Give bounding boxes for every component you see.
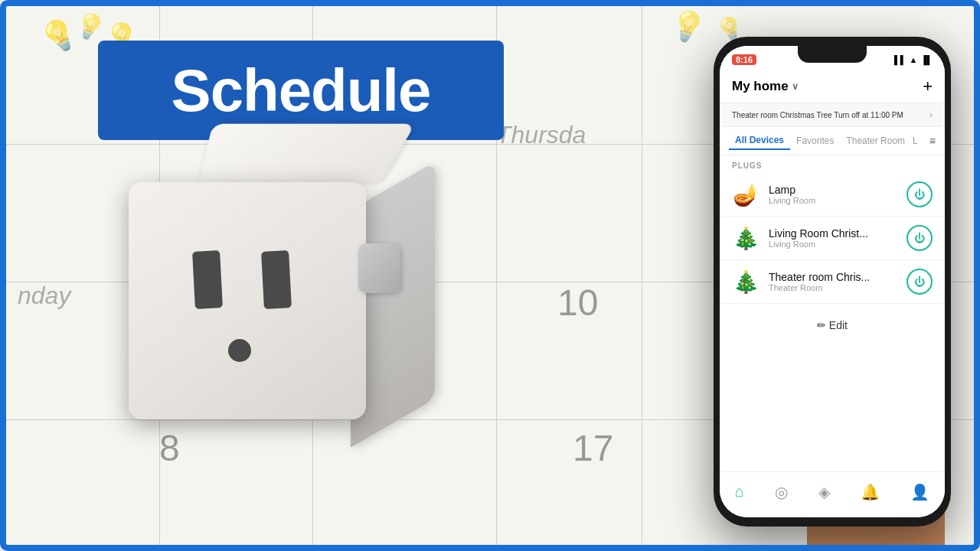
battery-icon: ▐▌ — [920, 55, 933, 64]
phone-mockup: 8:16 ▌▌ ▲ ▐▌ My home ∨ + Theater room Ch… — [714, 37, 951, 527]
plug-3d-container — [52, 98, 527, 481]
device-info-lamp: Lamp Living Room — [769, 184, 897, 205]
alerts-nav-icon: 🔔 — [861, 483, 880, 501]
device-info-living-christmas: Living Room Christ... Living Room — [769, 227, 897, 249]
nav-home[interactable]: ⌂ — [735, 483, 744, 500]
nav-profile[interactable]: 👤 — [910, 483, 929, 501]
phone-screen: 8:16 ▌▌ ▲ ▐▌ My home ∨ + Theater room Ch… — [720, 46, 945, 517]
list-view-icon[interactable]: ≡ — [929, 135, 936, 147]
power-icon-theater-christmas: ⏻ — [914, 276, 925, 288]
nav-scenes[interactable]: ◈ — [818, 483, 830, 501]
scenes-nav-icon: ◈ — [818, 483, 830, 501]
device-icon-lamp: 🪔 — [732, 181, 760, 208]
device-item-living-christmas[interactable]: 🎄 Living Room Christ... Living Room ⏻ — [720, 217, 945, 260]
prong-ground — [228, 339, 251, 362]
device-room-living-christmas: Living Room — [769, 240, 897, 249]
profile-nav-icon: 👤 — [910, 483, 929, 501]
notif-chevron-icon: › — [929, 109, 933, 120]
power-button-lamp[interactable]: ⏻ — [906, 181, 933, 207]
tab-more[interactable]: L — [913, 135, 918, 146]
device-list: 🪔 Lamp Living Room ⏻ 🎄 Living Room Chris… — [720, 173, 945, 304]
section-plugs-label: PLUGS — [720, 155, 945, 173]
device-name-theater-christmas: Theater room Chris... — [769, 271, 897, 283]
home-nav-icon: ⌂ — [735, 483, 744, 500]
bottom-nav: ⌂ ◎ ◈ 🔔 👤 — [720, 471, 945, 517]
nav-alerts[interactable]: 🔔 — [861, 483, 880, 501]
prong-right — [261, 250, 292, 309]
wifi-icon: ▲ — [910, 55, 918, 64]
power-button-theater-christmas[interactable]: ⏻ — [906, 269, 933, 295]
phone-notch — [798, 46, 867, 63]
add-button[interactable]: + — [923, 77, 933, 96]
chevron-down-icon: ∨ — [792, 81, 799, 92]
device-room-lamp: Living Room — [769, 196, 897, 205]
signal-icon: ▌▌ — [894, 55, 906, 64]
device-room-theater-christmas: Theater Room — [769, 283, 897, 292]
device-name-lamp: Lamp — [769, 184, 897, 196]
app-header: My home ∨ + — [720, 70, 945, 103]
plug-top-face — [198, 124, 416, 184]
prong-left — [192, 250, 223, 309]
device-name-living-christmas: Living Room Christ... — [769, 227, 897, 240]
tab-favorites[interactable]: Favorites — [790, 132, 840, 149]
cal-num-17: 17 — [573, 427, 613, 469]
tab-all-devices[interactable]: All Devices — [729, 132, 790, 150]
device-info-theater-christmas: Theater room Chris... Theater Room — [769, 271, 897, 292]
device-item-lamp[interactable]: 🪔 Lamp Living Room ⏻ — [720, 173, 945, 217]
notif-text: Theater room Christmas Tree Turn off at … — [732, 111, 929, 119]
tabs-bar: All Devices Favorites Theater Room L ≡ — [720, 127, 945, 155]
home-label: My home — [732, 79, 789, 94]
status-time: 8:16 — [732, 54, 756, 65]
home-title-area[interactable]: My home ∨ — [732, 79, 799, 94]
schedule-notification[interactable]: Theater room Christmas Tree Turn off at … — [720, 103, 945, 127]
discover-nav-icon: ◎ — [775, 483, 788, 501]
plug-side-button — [358, 243, 400, 293]
device-item-theater-christmas[interactable]: 🎄 Theater room Chris... Theater Room ⏻ — [720, 260, 945, 304]
device-icon-theater-christmas: 🎄 — [732, 268, 760, 295]
cal-num-10: 10 — [557, 282, 598, 324]
edit-button[interactable]: ✏ Edit — [817, 319, 848, 331]
device-icon-living-christmas: 🎄 — [732, 224, 760, 252]
tab-theater-room[interactable]: Theater Room — [840, 132, 911, 149]
status-icons: ▌▌ ▲ ▐▌ — [894, 55, 933, 64]
calendar-background: Thursda nday 8 10 5 17 💡 💡 💡 💡 💡 Schedul… — [6, 6, 974, 545]
power-icon-living-christmas: ⏻ — [914, 232, 925, 244]
edit-section: ✏ Edit — [720, 304, 945, 347]
nav-discover[interactable]: ◎ — [775, 483, 788, 501]
plug-front-face — [129, 182, 366, 419]
power-button-living-christmas[interactable]: ⏻ — [906, 225, 933, 251]
power-icon-lamp: ⏻ — [914, 188, 925, 201]
